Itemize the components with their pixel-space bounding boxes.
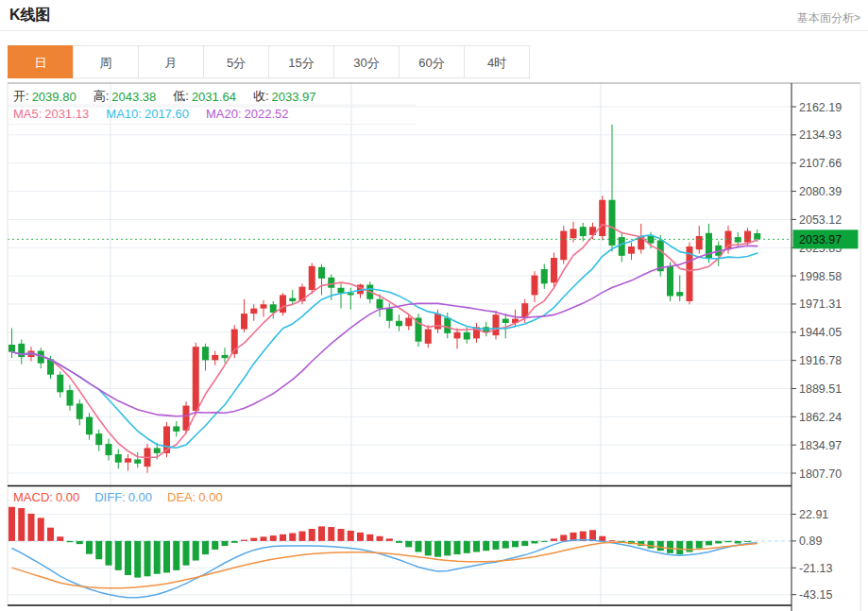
macd-histogram bbox=[9, 507, 751, 578]
ma5-line bbox=[12, 225, 757, 458]
interval-tabbar: 日周月5分15分30分60分4时 bbox=[8, 45, 530, 78]
diff-line bbox=[12, 540, 757, 598]
current-price-badge: 2033.97 bbox=[793, 229, 859, 248]
tab-day[interactable]: 日 bbox=[8, 45, 74, 78]
tab-week[interactable]: 周 bbox=[73, 45, 139, 78]
tab-15min[interactable]: 15分 bbox=[268, 45, 334, 78]
price-axis: 2162.192134.932107.662080.392053.122025.… bbox=[791, 101, 842, 603]
svg-text:-43.15: -43.15 bbox=[799, 588, 832, 602]
tab-4hour[interactable]: 4时 bbox=[464, 45, 530, 78]
ma10-line bbox=[12, 235, 757, 448]
svg-text:22.91: 22.91 bbox=[799, 508, 828, 521]
gridlines bbox=[8, 83, 791, 605]
svg-text:2162.19: 2162.19 bbox=[799, 101, 842, 114]
svg-text:1862.24: 1862.24 bbox=[799, 411, 842, 424]
svg-text:1889.51: 1889.51 bbox=[799, 382, 842, 396]
svg-text:2053.12: 2053.12 bbox=[799, 213, 842, 227]
ma20-line bbox=[12, 246, 757, 416]
svg-text:1998.58: 1998.58 bbox=[799, 270, 842, 283]
svg-text:2107.66: 2107.66 bbox=[799, 157, 842, 170]
svg-text:1944.05: 1944.05 bbox=[799, 326, 842, 339]
svg-text:0.89: 0.89 bbox=[799, 535, 822, 548]
svg-text:2080.39: 2080.39 bbox=[799, 185, 842, 198]
chart-frame bbox=[8, 83, 860, 611]
svg-text:1916.78: 1916.78 bbox=[799, 354, 842, 367]
svg-text:1834.97: 1834.97 bbox=[799, 439, 842, 452]
svg-text:1807.70: 1807.70 bbox=[799, 467, 842, 481]
tab-month[interactable]: 月 bbox=[138, 45, 204, 78]
svg-text:2134.93: 2134.93 bbox=[799, 128, 842, 142]
svg-text:1971.31: 1971.31 bbox=[799, 297, 842, 311]
svg-text:2033.97: 2033.97 bbox=[799, 233, 842, 246]
tab-5min[interactable]: 5分 bbox=[203, 45, 269, 78]
tab-30min[interactable]: 30分 bbox=[333, 45, 400, 78]
tab-60min[interactable]: 60分 bbox=[399, 45, 465, 78]
kline-chart-canvas[interactable]: 2162.192134.932107.662080.392053.122025.… bbox=[0, 0, 868, 611]
svg-text:-21.13: -21.13 bbox=[799, 562, 832, 575]
